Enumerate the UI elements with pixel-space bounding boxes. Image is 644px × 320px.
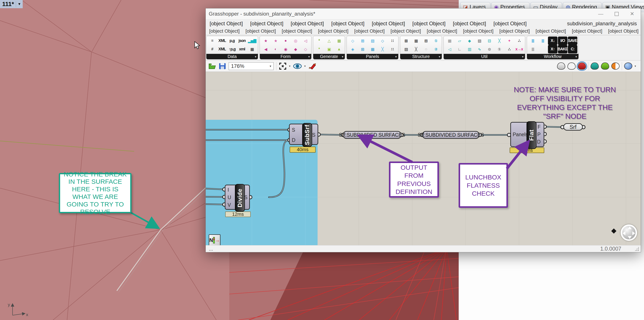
component-icon[interactable]: ⊡ bbox=[484, 36, 494, 45]
toolbar-group-label[interactable]: Panels ▾ bbox=[347, 54, 398, 59]
menu-item[interactable]: [object Object] bbox=[210, 20, 243, 26]
component-icon[interactable]: # bbox=[208, 45, 217, 53]
toolbar-group-label[interactable]: Structure ▾ bbox=[400, 54, 442, 59]
component-icon[interactable]: ◇ bbox=[301, 45, 310, 53]
component-icon[interactable]: ① bbox=[494, 45, 504, 53]
chevron-down-icon[interactable]: ▾ bbox=[576, 55, 577, 58]
menu-item[interactable]: [object Object] bbox=[453, 20, 486, 26]
srf-param-node[interactable]: Srf bbox=[563, 123, 583, 131]
component-icon[interactable]: ◁ bbox=[301, 36, 310, 45]
maximize-button[interactable] bbox=[614, 12, 619, 16]
sketch-pen-icon[interactable] bbox=[308, 63, 316, 70]
component-icon[interactable]: ▥ bbox=[465, 45, 474, 53]
menu-item[interactable]: [object Object] bbox=[250, 20, 283, 26]
category-tab[interactable]: [object Object] bbox=[318, 28, 348, 35]
category-tab[interactable]: [object Object] bbox=[282, 28, 312, 35]
category-tab[interactable]: [object Object] bbox=[427, 28, 457, 35]
component-icon[interactable]: ╳ bbox=[494, 36, 504, 45]
definition-canvas[interactable]: S D S SubSrf 40ms I U V S Divide 12ms Sr… bbox=[206, 72, 641, 245]
canvas-widget-button[interactable]: N → bbox=[209, 234, 220, 245]
component-icon[interactable]: ◌ bbox=[421, 45, 431, 53]
chevron-down-icon[interactable]: ▾ bbox=[634, 64, 636, 68]
component-icon[interactable]: ∷ bbox=[388, 45, 397, 53]
component-icon[interactable]: ⊞ bbox=[358, 36, 367, 45]
category-tab[interactable]: [object Object] bbox=[608, 28, 638, 35]
component-icon[interactable]: ╳ bbox=[411, 45, 421, 53]
chevron-down-icon[interactable]: ▾ bbox=[308, 55, 310, 58]
toolbar-group-label[interactable]: Generate ▾ bbox=[313, 54, 345, 59]
component-icon[interactable]: ⊞ bbox=[421, 36, 431, 45]
component-icon[interactable]: ╳ bbox=[378, 45, 387, 53]
display-mode-ghost-icon[interactable] bbox=[557, 62, 565, 70]
category-tab[interactable]: [object Object] bbox=[246, 28, 276, 35]
component-icon[interactable]: XML bbox=[218, 45, 227, 53]
component-icon[interactable]: ◆ bbox=[291, 45, 300, 53]
chevron-down-icon[interactable]: ▾ bbox=[255, 55, 256, 58]
component-icon[interactable]: ∴ bbox=[504, 45, 514, 53]
component-icon[interactable]: ▦ bbox=[247, 45, 257, 53]
chevron-down-icon[interactable]: ▼ bbox=[18, 2, 21, 6]
component-icon[interactable]: ◈ bbox=[348, 45, 357, 53]
component-icon[interactable]: I/O bbox=[558, 36, 568, 45]
selected-only-preview-icon[interactable] bbox=[624, 62, 632, 70]
component-icon[interactable]: ② bbox=[431, 45, 441, 53]
component-icon[interactable]: * bbox=[314, 45, 324, 53]
category-tab[interactable]: [object Object] bbox=[463, 28, 494, 35]
category-tab[interactable]: [object Object] bbox=[354, 28, 385, 35]
node-subsrf[interactable]: S D S SubSrf bbox=[289, 124, 318, 145]
component-icon[interactable]: ◇ bbox=[378, 36, 387, 45]
component-icon[interactable]: ◀ bbox=[261, 45, 270, 53]
component-icon[interactable]: ⊠ bbox=[401, 36, 411, 45]
component-icon[interactable]: ★ bbox=[271, 36, 280, 45]
component-icon[interactable]: ▦ bbox=[368, 45, 377, 53]
component-icon[interactable]: ∴ bbox=[514, 36, 524, 45]
component-icon[interactable]: ▱ bbox=[455, 36, 464, 45]
chevron-down-icon[interactable]: ▾ bbox=[395, 55, 397, 58]
chevron-down-icon[interactable]: ▾ bbox=[289, 64, 290, 68]
node-flat[interactable]: Panels F P D Flat bbox=[510, 122, 544, 147]
component-icon[interactable]: p,g bbox=[227, 36, 237, 45]
component-icon[interactable]: ∟ bbox=[455, 45, 464, 53]
component-icon[interactable]: json bbox=[237, 36, 247, 45]
node-divide[interactable]: I U V S Divide bbox=[225, 185, 250, 210]
category-tab[interactable]: [object Object] bbox=[572, 28, 602, 35]
menu-item[interactable]: [object Object] bbox=[291, 20, 324, 26]
category-tab[interactable]: [object Object] bbox=[499, 28, 530, 35]
component-icon[interactable]: ◆ bbox=[465, 36, 474, 45]
toolbar-group-label[interactable]: Data ▾ bbox=[206, 54, 258, 59]
zoom-extents-icon[interactable] bbox=[279, 62, 286, 70]
toolbar-group-label[interactable]: Form ▾ bbox=[260, 54, 311, 59]
component-icon[interactable]: ▦ bbox=[334, 36, 344, 45]
category-tab[interactable]: [object Object] bbox=[209, 28, 240, 35]
component-icon[interactable]: ▨ bbox=[368, 36, 377, 45]
component-icon[interactable]: ◉ bbox=[281, 45, 290, 53]
panel-node[interactable]: Srf:SUBDIVIDED SURFACES bbox=[422, 131, 480, 139]
node-label[interactable]: Flat bbox=[526, 121, 536, 149]
display-mode-shaded-icon[interactable] bbox=[578, 62, 586, 70]
component-icon[interactable]: BAKE bbox=[558, 45, 568, 53]
open-file-icon[interactable] bbox=[208, 63, 216, 70]
component-icon[interactable]: ▣ bbox=[324, 45, 334, 53]
component-icon[interactable]: ▨ bbox=[401, 45, 411, 53]
component-icon[interactable]: △ bbox=[324, 36, 334, 45]
component-icon[interactable]: X↓ bbox=[548, 36, 558, 45]
menu-item[interactable]: [object Object] bbox=[494, 20, 526, 26]
component-icon[interactable]: C: bbox=[568, 45, 577, 53]
component-icon[interactable]: ◇ bbox=[348, 36, 357, 45]
node-label[interactable]: SubSrf bbox=[302, 123, 312, 147]
title-bar[interactable]: Grasshopper - subdivision_planarity_anal… bbox=[206, 8, 641, 19]
component-icon[interactable]: ⊞ bbox=[358, 45, 367, 53]
toolbar-group-label[interactable]: Util ▾ bbox=[444, 54, 525, 59]
category-tab[interactable]: [object Object] bbox=[390, 28, 421, 35]
minimize-button[interactable]: — bbox=[598, 11, 603, 17]
component-icon[interactable]: x→x bbox=[514, 45, 524, 53]
component-icon[interactable]: ★ bbox=[261, 36, 270, 45]
component-icon[interactable]: + bbox=[504, 36, 514, 45]
preview-eye-icon[interactable] bbox=[293, 63, 302, 69]
component-icon[interactable]: ▦ bbox=[445, 36, 454, 45]
component-icon[interactable]: ≣ bbox=[538, 36, 548, 45]
node-label[interactable]: Divide bbox=[235, 184, 245, 212]
chevron-down-icon[interactable]: ▾ bbox=[342, 55, 343, 58]
category-tab[interactable]: [object Object] bbox=[536, 28, 566, 35]
chevron-down-icon[interactable]: ▾ bbox=[439, 55, 440, 58]
